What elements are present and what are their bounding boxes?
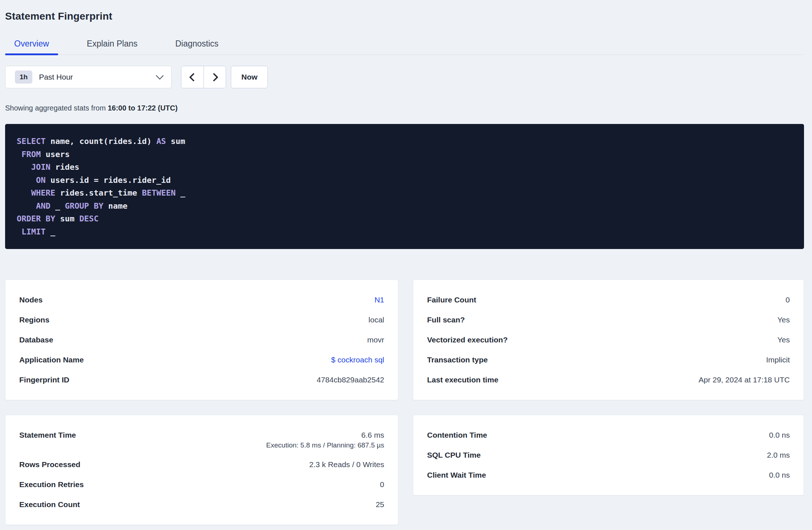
now-button[interactable]: Now — [231, 66, 268, 88]
statement-time-label: Statement Time — [19, 430, 76, 441]
execution-count-row: Execution Count 25 — [19, 499, 384, 510]
application-name-label: Application Name — [19, 354, 84, 365]
statement-time-breakdown: Execution: 5.8 ms / Planning: 687.5 µs — [266, 441, 384, 450]
execution-count-label: Execution Count — [19, 499, 80, 510]
application-name-row: Application Name $ cockroach sql — [19, 354, 384, 365]
rows-processed-value: 2.3 k Reads / 0 Writes — [309, 459, 384, 470]
last-execution-time-row: Last execution time Apr 29, 2024 at 17:1… — [427, 374, 790, 385]
tab-explain-plans-label: Explain Plans — [87, 39, 137, 48]
status-time-range: 16:00 to 17:22 (UTC) — [108, 104, 177, 112]
time-step-button-group — [181, 66, 226, 88]
fingerprint-id-label: Fingerprint ID — [19, 374, 69, 385]
statement-time-values: 6.6 ms Execution: 5.8 ms / Planning: 687… — [266, 430, 384, 450]
nodes-label: Nodes — [19, 294, 43, 305]
full-scan-value: Yes — [777, 314, 790, 325]
rows-processed-label: Rows Processed — [19, 459, 80, 470]
chevron-down-icon — [156, 72, 164, 79]
time-picker-row: 1h Past Hour Now — [5, 66, 804, 88]
tab-diagnostics-label: Diagnostics — [175, 39, 218, 48]
sql-code-line: JOIN rides — [17, 161, 792, 174]
fingerprint-id-row: Fingerprint ID 4784cb829aab2542 — [19, 374, 384, 385]
database-label: Database — [19, 334, 53, 345]
transaction-type-value: Implicit — [766, 354, 790, 365]
tab-diagnostics[interactable]: Diagnostics — [166, 39, 228, 55]
execution-retries-label: Execution Retries — [19, 479, 84, 490]
tab-explain-plans[interactable]: Explain Plans — [78, 39, 146, 55]
tab-overview-label: Overview — [14, 39, 49, 48]
database-row: Database movr — [19, 334, 384, 345]
statement-time-value: 6.6 ms — [266, 430, 384, 441]
sql-code-line: FROM users — [17, 148, 792, 161]
regions-label: Regions — [19, 314, 49, 325]
vectorized-execution-label: Vectorized execution? — [427, 334, 508, 345]
tab-overview[interactable]: Overview — [5, 39, 58, 55]
sql-cpu-time-value: 2.0 ms — [767, 450, 790, 461]
database-value: movr — [367, 334, 384, 345]
aggregated-stats-status: Showing aggregated stats from 16:00 to 1… — [5, 104, 804, 112]
fingerprint-id-value: 4784cb829aab2542 — [317, 374, 384, 385]
regions-value: local — [369, 314, 384, 325]
client-wait-time-value: 0.0 ns — [769, 470, 790, 481]
sql-code-line: WHERE rides.start_time BETWEEN _ — [17, 186, 792, 200]
page-title: Statement Fingerprint — [5, 10, 804, 23]
statement-details-card: Nodes N1 Regions local Database movr App… — [5, 280, 398, 400]
sql-code-line: SELECT name, count(rides.id) AS sum — [17, 135, 792, 148]
rows-processed-row: Rows Processed 2.3 k Reads / 0 Writes — [19, 459, 384, 470]
full-scan-row: Full scan? Yes — [427, 314, 790, 325]
sql-cpu-time-label: SQL CPU Time — [427, 450, 481, 461]
execution-retries-row: Execution Retries 0 — [19, 479, 384, 490]
wait-times-card: Contention Time 0.0 ns SQL CPU Time 2.0 … — [413, 415, 804, 495]
sql-code-line: AND _ GROUP BY name — [17, 200, 792, 213]
sql-code-line: ON users.id = rides.rider_id — [17, 174, 792, 187]
summary-cards: Nodes N1 Regions local Database movr App… — [5, 280, 804, 525]
transaction-type-row: Transaction type Implicit — [427, 354, 790, 365]
client-wait-time-row: Client Wait Time 0.0 ns — [427, 470, 790, 481]
vectorized-execution-row: Vectorized execution? Yes — [427, 334, 790, 345]
contention-time-value: 0.0 ns — [769, 430, 790, 441]
statement-timing-card: Statement Time 6.6 ms Execution: 5.8 ms … — [5, 415, 398, 525]
nodes-link[interactable]: N1 — [374, 294, 384, 305]
sql-code-line: ORDER BY sum DESC — [17, 212, 792, 225]
application-name-link[interactable]: $ cockroach sql — [331, 354, 384, 365]
client-wait-time-label: Client Wait Time — [427, 470, 486, 481]
statement-time-row: Statement Time 6.6 ms Execution: 5.8 ms … — [19, 430, 384, 450]
chevron-left-icon — [189, 73, 198, 81]
next-time-button[interactable] — [204, 66, 226, 88]
chevron-right-icon — [209, 73, 218, 81]
sql-cpu-time-row: SQL CPU Time 2.0 ms — [427, 450, 790, 461]
sql-statement-box: SELECT name, count(rides.id) AS sum FROM… — [5, 124, 804, 249]
sql-code-line: LIMIT _ — [17, 225, 792, 238]
failure-count-row: Failure Count 0 — [427, 294, 790, 305]
transaction-type-label: Transaction type — [427, 354, 488, 365]
status-prefix: Showing aggregated stats from — [5, 104, 108, 112]
time-range-badge: 1h — [15, 71, 32, 84]
tabbar: Overview Explain Plans Diagnostics — [5, 39, 804, 55]
execution-retries-value: 0 — [380, 479, 384, 490]
contention-time-row: Contention Time 0.0 ns — [427, 430, 790, 441]
full-scan-label: Full scan? — [427, 314, 465, 325]
execution-attributes-card: Failure Count 0 Full scan? Yes Vectorize… — [413, 280, 804, 400]
contention-time-label: Contention Time — [427, 430, 487, 441]
execution-count-value: 25 — [376, 499, 384, 510]
statement-fingerprint-page: Statement Fingerprint Overview Explain P… — [0, 10, 812, 525]
last-execution-time-label: Last execution time — [427, 374, 498, 385]
failure-count-value: 0 — [785, 294, 790, 305]
previous-time-button[interactable] — [181, 66, 204, 88]
sql-statement: SELECT name, count(rides.id) AS sum FROM… — [17, 135, 792, 238]
time-range-dropdown[interactable]: 1h Past Hour — [5, 66, 172, 88]
vectorized-execution-value: Yes — [777, 334, 790, 345]
active-tab-indicator — [5, 53, 58, 55]
last-execution-time-value: Apr 29, 2024 at 17:18 UTC — [699, 374, 790, 385]
nodes-row: Nodes N1 — [19, 294, 384, 305]
time-range-label: Past Hour — [39, 73, 73, 81]
failure-count-label: Failure Count — [427, 294, 476, 305]
regions-row: Regions local — [19, 314, 384, 325]
